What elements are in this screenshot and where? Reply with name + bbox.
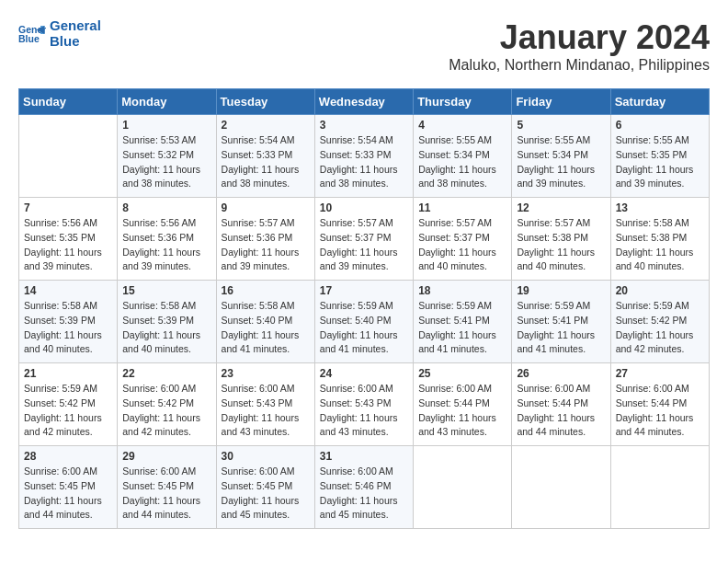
day-info: Sunrise: 6:00 AM Sunset: 5:45 PM Dayligh… — [222, 465, 310, 523]
day-number: 25 — [418, 367, 506, 380]
calendar-cell: 31Sunrise: 6:00 AM Sunset: 5:46 PM Dayli… — [314, 446, 413, 529]
calendar-cell — [414, 446, 512, 529]
day-info: Sunrise: 5:56 AM Sunset: 5:36 PM Dayligh… — [122, 216, 210, 274]
calendar-cell: 23Sunrise: 6:00 AM Sunset: 5:43 PM Dayli… — [216, 363, 314, 446]
calendar-week-row: 7Sunrise: 5:56 AM Sunset: 5:35 PM Daylig… — [19, 198, 710, 281]
day-info: Sunrise: 6:00 AM Sunset: 5:43 PM Dayligh… — [222, 382, 310, 440]
day-info: Sunrise: 5:58 AM Sunset: 5:40 PM Dayligh… — [222, 299, 310, 357]
weekday-header-sunday: Sunday — [19, 89, 118, 115]
logo: General Blue General Blue — [18, 18, 101, 49]
day-number: 1 — [122, 119, 210, 132]
calendar-header: SundayMondayTuesdayWednesdayThursdayFrid… — [19, 89, 710, 115]
calendar-cell: 22Sunrise: 6:00 AM Sunset: 5:42 PM Dayli… — [118, 363, 216, 446]
day-number: 18 — [418, 284, 506, 297]
calendar-cell: 2Sunrise: 5:54 AM Sunset: 5:33 PM Daylig… — [216, 115, 314, 198]
day-info: Sunrise: 6:00 AM Sunset: 5:46 PM Dayligh… — [320, 465, 408, 523]
calendar-cell: 25Sunrise: 6:00 AM Sunset: 5:44 PM Dayli… — [414, 363, 512, 446]
calendar-cell: 30Sunrise: 6:00 AM Sunset: 5:45 PM Dayli… — [216, 446, 314, 529]
calendar-cell: 14Sunrise: 5:58 AM Sunset: 5:39 PM Dayli… — [19, 281, 118, 363]
day-number: 11 — [418, 201, 506, 214]
day-number: 12 — [517, 201, 605, 214]
calendar-cell: 9Sunrise: 5:57 AM Sunset: 5:36 PM Daylig… — [216, 198, 314, 281]
day-info: Sunrise: 5:54 AM Sunset: 5:33 PM Dayligh… — [320, 133, 408, 191]
day-number: 5 — [517, 119, 605, 132]
day-number: 29 — [122, 450, 210, 463]
day-info: Sunrise: 5:59 AM Sunset: 5:41 PM Dayligh… — [418, 299, 506, 357]
day-info: Sunrise: 5:59 AM Sunset: 5:42 PM Dayligh… — [616, 299, 704, 357]
calendar-cell: 5Sunrise: 5:55 AM Sunset: 5:34 PM Daylig… — [512, 115, 610, 198]
day-info: Sunrise: 5:57 AM Sunset: 5:37 PM Dayligh… — [418, 216, 506, 274]
calendar-cell — [512, 446, 610, 529]
calendar-week-row: 1Sunrise: 5:53 AM Sunset: 5:32 PM Daylig… — [19, 115, 710, 198]
day-number: 4 — [418, 119, 506, 132]
day-number: 20 — [616, 284, 704, 297]
calendar-cell: 17Sunrise: 5:59 AM Sunset: 5:40 PM Dayli… — [314, 281, 413, 363]
day-number: 15 — [122, 284, 210, 297]
day-info: Sunrise: 6:00 AM Sunset: 5:43 PM Dayligh… — [320, 382, 408, 440]
calendar-cell — [610, 446, 709, 529]
calendar-cell: 28Sunrise: 6:00 AM Sunset: 5:45 PM Dayli… — [19, 446, 118, 529]
day-number: 7 — [24, 201, 112, 214]
calendar-cell: 13Sunrise: 5:58 AM Sunset: 5:38 PM Dayli… — [610, 198, 709, 281]
weekday-header-monday: Monday — [118, 89, 216, 115]
day-number: 22 — [122, 367, 210, 380]
day-number: 28 — [24, 450, 112, 463]
weekday-header-friday: Friday — [512, 89, 610, 115]
day-number: 9 — [222, 201, 310, 214]
day-info: Sunrise: 5:59 AM Sunset: 5:40 PM Dayligh… — [320, 299, 408, 357]
day-number: 31 — [320, 450, 408, 463]
calendar-cell: 11Sunrise: 5:57 AM Sunset: 5:37 PM Dayli… — [414, 198, 512, 281]
calendar-week-row: 21Sunrise: 5:59 AM Sunset: 5:42 PM Dayli… — [19, 363, 710, 446]
day-info: Sunrise: 6:00 AM Sunset: 5:42 PM Dayligh… — [122, 382, 210, 440]
calendar-cell: 18Sunrise: 5:59 AM Sunset: 5:41 PM Dayli… — [414, 281, 512, 363]
calendar-cell: 4Sunrise: 5:55 AM Sunset: 5:34 PM Daylig… — [414, 115, 512, 198]
day-info: Sunrise: 5:57 AM Sunset: 5:37 PM Dayligh… — [320, 216, 408, 274]
day-info: Sunrise: 6:00 AM Sunset: 5:44 PM Dayligh… — [418, 382, 506, 440]
day-info: Sunrise: 5:57 AM Sunset: 5:36 PM Dayligh… — [222, 216, 310, 274]
day-number: 6 — [616, 119, 704, 132]
day-info: Sunrise: 5:55 AM Sunset: 5:34 PM Dayligh… — [517, 133, 605, 191]
day-number: 10 — [320, 201, 408, 214]
day-number: 19 — [517, 284, 605, 297]
calendar-cell: 24Sunrise: 6:00 AM Sunset: 5:43 PM Dayli… — [314, 363, 413, 446]
day-info: Sunrise: 5:53 AM Sunset: 5:32 PM Dayligh… — [122, 133, 210, 191]
day-number: 27 — [616, 367, 704, 380]
weekday-header-wednesday: Wednesday — [314, 89, 413, 115]
calendar-cell: 10Sunrise: 5:57 AM Sunset: 5:37 PM Dayli… — [314, 198, 413, 281]
logo-general: General — [50, 18, 101, 34]
day-number: 26 — [517, 367, 605, 380]
calendar-cell: 15Sunrise: 5:58 AM Sunset: 5:39 PM Dayli… — [118, 281, 216, 363]
calendar-cell: 8Sunrise: 5:56 AM Sunset: 5:36 PM Daylig… — [118, 198, 216, 281]
calendar-cell: 6Sunrise: 5:55 AM Sunset: 5:35 PM Daylig… — [610, 115, 709, 198]
day-info: Sunrise: 6:00 AM Sunset: 5:45 PM Dayligh… — [122, 465, 210, 523]
weekday-header-saturday: Saturday — [610, 89, 709, 115]
calendar-cell: 29Sunrise: 6:00 AM Sunset: 5:45 PM Dayli… — [118, 446, 216, 529]
calendar-cell: 3Sunrise: 5:54 AM Sunset: 5:33 PM Daylig… — [314, 115, 413, 198]
day-info: Sunrise: 5:55 AM Sunset: 5:35 PM Dayligh… — [616, 133, 704, 191]
day-number: 8 — [122, 201, 210, 214]
month-title: January 2024 — [449, 18, 710, 57]
day-info: Sunrise: 5:58 AM Sunset: 5:39 PM Dayligh… — [122, 299, 210, 357]
day-info: Sunrise: 5:57 AM Sunset: 5:38 PM Dayligh… — [517, 216, 605, 274]
calendar-week-row: 28Sunrise: 6:00 AM Sunset: 5:45 PM Dayli… — [19, 446, 710, 529]
day-info: Sunrise: 6:00 AM Sunset: 5:45 PM Dayligh… — [24, 465, 112, 523]
calendar-cell: 19Sunrise: 5:59 AM Sunset: 5:41 PM Dayli… — [512, 281, 610, 363]
day-info: Sunrise: 5:59 AM Sunset: 5:42 PM Dayligh… — [24, 382, 112, 440]
calendar-cell — [19, 115, 118, 198]
day-info: Sunrise: 5:58 AM Sunset: 5:38 PM Dayligh… — [616, 216, 704, 274]
calendar-cell: 12Sunrise: 5:57 AM Sunset: 5:38 PM Dayli… — [512, 198, 610, 281]
day-number: 2 — [222, 119, 310, 132]
day-number: 3 — [320, 119, 408, 132]
calendar-table: SundayMondayTuesdayWednesdayThursdayFrid… — [18, 88, 710, 529]
day-number: 17 — [320, 284, 408, 297]
calendar-cell: 7Sunrise: 5:56 AM Sunset: 5:35 PM Daylig… — [19, 198, 118, 281]
weekday-header-thursday: Thursday — [414, 89, 512, 115]
day-info: Sunrise: 5:56 AM Sunset: 5:35 PM Dayligh… — [24, 216, 112, 274]
calendar-cell: 20Sunrise: 5:59 AM Sunset: 5:42 PM Dayli… — [610, 281, 709, 363]
day-number: 14 — [24, 284, 112, 297]
location-title: Maluko, Northern Mindanao, Philippines — [449, 57, 710, 74]
day-info: Sunrise: 5:59 AM Sunset: 5:41 PM Dayligh… — [517, 299, 605, 357]
logo-blue: Blue — [50, 34, 101, 50]
weekday-header-tuesday: Tuesday — [216, 89, 314, 115]
day-info: Sunrise: 6:00 AM Sunset: 5:44 PM Dayligh… — [616, 382, 704, 440]
